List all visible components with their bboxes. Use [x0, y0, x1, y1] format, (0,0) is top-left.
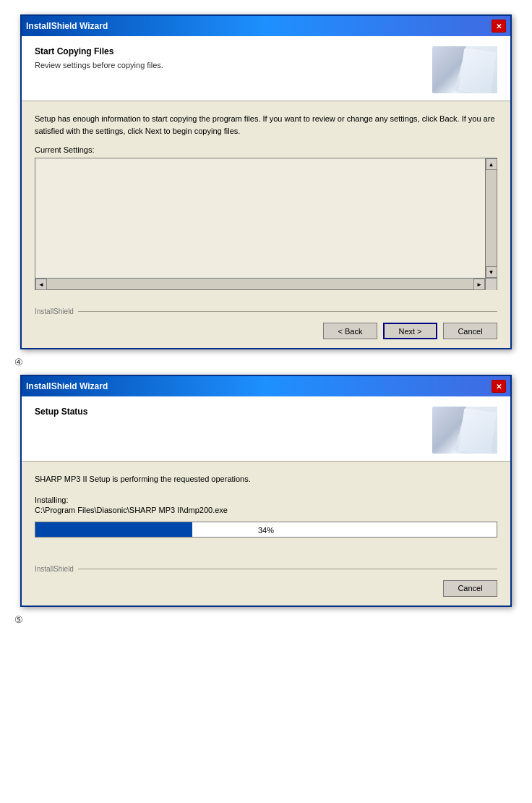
scroll-up-btn-4[interactable]: ▲	[486, 158, 497, 170]
settings-box-4: ▲ ▼ ◄ ►	[35, 158, 497, 290]
dialog5: InstallShield Wizard Setup Status SHARP …	[20, 375, 512, 607]
dialog4: InstallShield Wizard Start Copying Files…	[20, 14, 512, 349]
header-text-4: Start Copying Files Review settings befo…	[35, 46, 432, 69]
progress-bar-5: 34%	[35, 522, 497, 538]
close-button-4[interactable]	[492, 20, 506, 33]
scroll-track-v-4	[486, 170, 497, 266]
vertical-scrollbar-4[interactable]: ▲ ▼	[485, 158, 497, 278]
close-button-5[interactable]	[492, 380, 506, 393]
info-text-5: SHARP MP3 II Setup is performing the req…	[35, 473, 497, 485]
scroll-right-btn-4[interactable]: ►	[473, 279, 485, 290]
title-bar-text-4: InstallShield Wizard	[26, 21, 108, 31]
scroll-left-btn-4[interactable]: ◄	[35, 279, 47, 290]
installshield-label-5: InstallShield	[35, 565, 497, 573]
title-bar-text-5: InstallShield Wizard	[26, 381, 108, 391]
cancel-button-4[interactable]: Cancel	[443, 323, 497, 339]
title-bar-5: InstallShield Wizard	[22, 376, 510, 396]
settings-label-4: Current Settings:	[35, 145, 497, 154]
scroll-down-btn-4[interactable]: ▼	[486, 266, 497, 278]
header-decoration-5	[432, 407, 497, 454]
installing-label-5: Installing:	[35, 496, 497, 504]
dialog4-footer: InstallShield < Back Next > Cancel	[22, 302, 510, 348]
dialog4-header: Start Copying Files Review settings befo…	[22, 36, 510, 101]
dialog4-body: Setup has enough information to start co…	[22, 101, 510, 302]
progress-text-5: 34%	[35, 522, 497, 538]
scroll-track-h-4	[47, 279, 473, 289]
cancel-button-5[interactable]: Cancel	[443, 580, 497, 597]
title-bar-4: InstallShield Wizard	[22, 16, 510, 36]
step5-label: ⑤	[14, 614, 518, 625]
button-row-4: < Back Next > Cancel	[35, 323, 497, 339]
back-button-4[interactable]: < Back	[323, 323, 377, 339]
dialog5-body: SHARP MP3 II Setup is performing the req…	[22, 462, 510, 559]
progress-section-5: Installing: C:\Program Files\Diasonic\SH…	[35, 496, 497, 538]
header-subtitle-4: Review settings before copying files.	[35, 61, 432, 69]
settings-content-4	[35, 158, 485, 278]
next-button-4[interactable]: Next >	[383, 323, 437, 339]
header-title-4: Start Copying Files	[35, 46, 432, 56]
scroll-corner-4	[485, 279, 497, 290]
header-title-5: Setup Status	[35, 407, 432, 417]
button-row-5: Cancel	[35, 580, 497, 597]
installshield-label-4: InstallShield	[35, 307, 497, 315]
step4-label: ④	[14, 357, 518, 367]
dialog5-footer: InstallShield Cancel	[22, 559, 510, 606]
header-decoration-4	[432, 46, 497, 93]
horizontal-scrollbar-4[interactable]: ◄ ►	[35, 278, 497, 289]
info-text-4: Setup has enough information to start co…	[35, 113, 497, 137]
header-text-5: Setup Status	[35, 407, 432, 421]
dialog5-header: Setup Status	[22, 396, 510, 462]
installing-path-5: C:\Program Files\Diasonic\SHARP MP3 II\d…	[35, 506, 497, 514]
